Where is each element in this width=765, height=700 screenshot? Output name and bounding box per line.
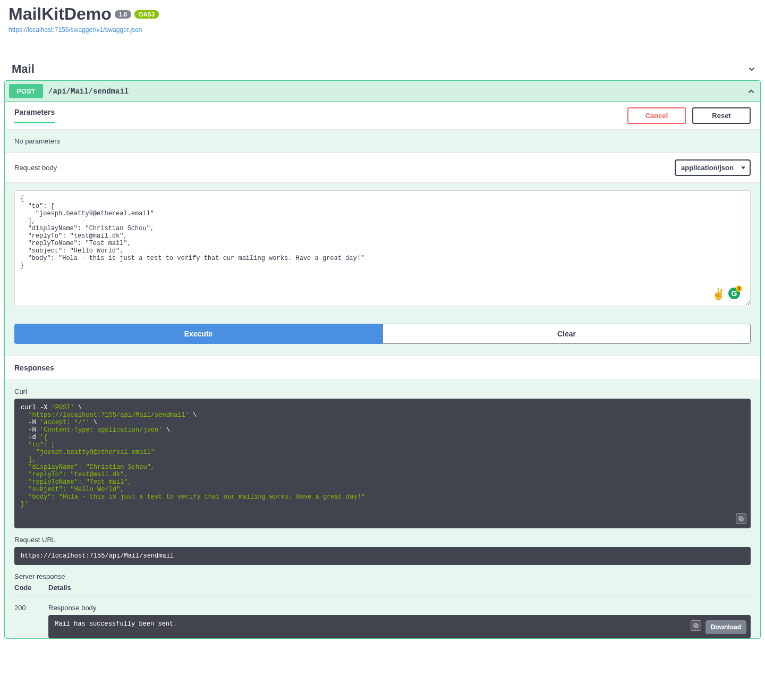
cancel-button[interactable]: Cancel [627,107,686,124]
operation-path: /api/Mail/sendmail [48,87,746,96]
request-url-label: Request URL [14,536,751,544]
oas-badge: OAS3 [134,10,159,19]
svg-rect-1 [739,517,742,520]
response-body-block: Mail has successfully been sent. Downloa… [48,615,751,638]
chevron-down-icon [747,64,756,74]
version-badge: 1.0 [115,10,131,19]
col-code-header: Code [14,584,48,592]
server-response-label: Server response [14,572,751,580]
spec-url-link[interactable]: https://localhost:7155/swagger/v1/swagge… [8,26,142,33]
tag-name: Mail [12,62,35,76]
request-body-editor[interactable] [14,190,751,306]
operation-summary[interactable]: POST /api/Mail/sendmail [5,81,760,102]
content-type-select[interactable]: application/json [675,159,751,176]
parameters-tab[interactable]: Parameters [14,108,55,123]
response-code: 200 [14,604,48,638]
copy-response-icon[interactable] [691,620,701,631]
svg-rect-3 [694,623,697,627]
curl-label: Curl [14,387,751,395]
copy-curl-icon[interactable] [736,513,746,524]
request-url-block: https://localhost:7155/api/Mail/sendmail [14,547,751,565]
col-details-header: Details [48,584,751,592]
responses-header: Responses [5,356,760,380]
response-body-label: Response body [48,604,751,612]
tag-mail-header[interactable]: Mail [4,58,761,80]
svg-rect-2 [695,625,698,628]
curl-code-block: curl -X 'POST' \ 'https://localhost:7155… [14,399,751,528]
download-button[interactable]: Download [706,620,746,634]
execute-button[interactable]: Execute [14,324,382,344]
reset-button[interactable]: Reset [692,107,751,124]
clear-button[interactable]: Clear [382,324,751,344]
api-title: MailKitDemo [8,4,112,24]
request-body-label: Request body [14,164,57,172]
svg-rect-0 [740,518,743,521]
method-badge: POST [9,84,43,98]
no-parameters-text: No parameters [5,130,760,153]
chevron-up-icon [746,87,756,96]
